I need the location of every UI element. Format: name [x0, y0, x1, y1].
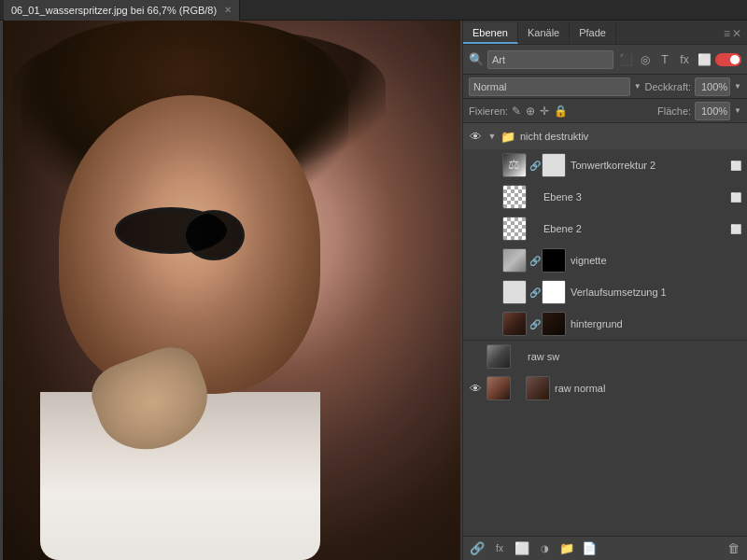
toolbar-adjustment-btn[interactable]: ◑: [534, 539, 555, 559]
layer-thumb-rawnormal: [486, 376, 511, 400]
tab-document-label: 06_01_wasserspritzer.jpg bei 66,7% (RGB/…: [11, 5, 217, 16]
blend-mode-row: Normal Multiplizieren Negativ multiplizi…: [463, 75, 747, 99]
group-folder-icon: 📁: [500, 129, 515, 144]
layer-eye-vignette[interactable]: [467, 252, 484, 269]
tab-ebenen[interactable]: Ebenen: [463, 22, 518, 44]
tab-pfade[interactable]: Pfade: [570, 22, 616, 44]
filter-search-icon: 🔍: [469, 52, 484, 66]
blend-dropdown-arrow[interactable]: ▼: [634, 82, 641, 91]
layer-raw-sw[interactable]: raw sw: [463, 341, 747, 372]
tab-document[interactable]: 06_01_wasserspritzer.jpg bei 66,7% (RGB/…: [4, 0, 240, 21]
layer-name-vignette: vignette: [569, 255, 743, 266]
toolbar-group-btn[interactable]: 📁: [557, 539, 577, 559]
fix-lock-icon[interactable]: 🔒: [554, 105, 568, 118]
layer-eye-tonwertkorrektur2[interactable]: [467, 157, 484, 174]
fill-dropdown-arrow[interactable]: ▼: [734, 106, 741, 115]
layer-ebene2[interactable]: Ebene 2 ⬜: [463, 213, 747, 245]
group-expand-arrow[interactable]: ▼: [486, 131, 498, 142]
layer-thumb-ebene2: [502, 217, 527, 241]
toolbar-link-btn[interactable]: 🔗: [467, 539, 487, 559]
layer-thumb2-rawnormal: [526, 376, 550, 400]
fix-move-icon[interactable]: ⊕: [526, 105, 535, 118]
layer-name-ebene2: Ebene 2: [542, 223, 726, 234]
layer-eye-rawnormal[interactable]: 👁: [467, 380, 484, 397]
layer-eye-hintergrund[interactable]: [467, 315, 484, 332]
layer-name-ebene3: Ebene 3: [542, 191, 726, 203]
layer-raw-normal[interactable]: 👁 raw normal: [463, 372, 747, 404]
filter-icons-group: ⬛ ◎ T fx ⬜: [617, 51, 741, 68]
filter-adjust-icon[interactable]: ◎: [637, 51, 654, 68]
tab-close-button[interactable]: ✕: [224, 5, 232, 15]
layer-thumb2-verlauf: [542, 280, 566, 304]
filter-smart-icon[interactable]: ⬜: [696, 51, 712, 68]
filter-type-dropdown[interactable]: Art Name Effekt: [487, 50, 613, 69]
layer-name-verlauf: Verlaufsumsetzung 1: [569, 287, 743, 298]
opacity-value[interactable]: 100 %: [695, 77, 730, 96]
toolbar-mask-btn[interactable]: ⬜: [512, 539, 532, 559]
layer-ebene3[interactable]: Ebene 3 ⬜: [463, 181, 747, 213]
layer-toolbar: 🔗 fx ⬜ ◑ 📁 📄 🗑: [463, 536, 747, 560]
fix-draw-icon[interactable]: ✎: [512, 105, 521, 118]
opacity-dropdown-arrow[interactable]: ▼: [734, 82, 741, 91]
layer-thumb-tonwertkorrektur2: ⚖: [502, 153, 527, 177]
layer-thumb2-hintergrund: [542, 312, 566, 336]
layer-thumb-rawsw: [486, 344, 511, 369]
layer-link-hintergrund: 🔗: [529, 319, 539, 329]
panel-collapse-icon[interactable]: ✕: [732, 27, 741, 40]
layer-name-hintergrund: hintergrund: [569, 318, 743, 329]
tab-kanaele[interactable]: Kanäle: [518, 22, 570, 44]
toolbar-new-layer-btn[interactable]: 📄: [579, 539, 599, 559]
filter-pixel-icon[interactable]: ⬛: [617, 51, 634, 68]
layer-eye-verlauf[interactable]: [467, 284, 484, 301]
layer-tonwertkorrektur2[interactable]: ⚖ 🔗 Tonwertkorrektur 2 ⬜: [463, 149, 747, 181]
layer-verlaufsumsetzung1[interactable]: 🔗 Verlaufsumsetzung 1: [463, 276, 747, 308]
fix-artboard-icon[interactable]: ✛: [540, 105, 549, 118]
tab-kanaele-label: Kanäle: [528, 27, 559, 38]
layer-name-rawsw: raw sw: [526, 351, 743, 362]
blend-mode-select[interactable]: Normal Multiplizieren Negativ multiplizi…: [469, 77, 630, 96]
layer-link-verlauf: 🔗: [529, 287, 539, 298]
panel-tabs: Ebenen Kanäle Pfade ≡ ✕: [463, 21, 747, 45]
layer-thumb-hintergrund: [502, 312, 527, 336]
right-panel: Ebenen Kanäle Pfade ≡ ✕ 🔍 Art Name Effek…: [462, 21, 747, 560]
layer-thumb2-vignette: [542, 248, 566, 273]
layer-badge-tonwertkorrektur2: ⬜: [728, 158, 743, 173]
tab-ebenen-label: Ebenen: [472, 27, 508, 38]
filter-text-icon[interactable]: T: [656, 51, 673, 68]
layers-list[interactable]: 👁 ▼ 📁 nicht destruktiv ⚖ 🔗 Tonwertkorrek…: [463, 123, 747, 536]
layer-hintergrund[interactable]: 🔗 hintergrund: [463, 308, 747, 340]
canvas-area[interactable]: [0, 21, 462, 560]
fill-value[interactable]: 100 %: [695, 102, 730, 120]
layer-thumb-vignette: [502, 248, 527, 273]
layer-name-rawnormal: raw normal: [553, 383, 743, 394]
layer-group-header[interactable]: 👁 ▼ 📁 nicht destruktiv: [463, 123, 747, 149]
fix-label: Fixieren:: [469, 105, 508, 117]
layer-name-tonwertkorrektur2: Tonwertkorrektur 2: [569, 160, 726, 171]
layer-link-tonwertkorrektur2: 🔗: [529, 161, 539, 171]
fix-row: Fixieren: ✎ ⊕ ✛ 🔒 Fläche: 100 % ▼: [463, 99, 747, 123]
opacity-label: Deckkraft:: [645, 81, 692, 92]
layer-badge-ebene3: ⬜: [728, 189, 743, 204]
layer-eye-ebene2[interactable]: [467, 220, 484, 237]
tab-bar: 06_01_wasserspritzer.jpg bei 66,7% (RGB/…: [0, 0, 747, 21]
layer-badge-ebene2: ⬜: [728, 221, 743, 236]
layer-vignette[interactable]: 🔗 vignette: [463, 245, 747, 276]
portrait-glasses: [115, 207, 227, 254]
group-visibility-toggle[interactable]: 👁: [467, 128, 484, 145]
toolbar-fx-btn[interactable]: fx: [489, 539, 510, 559]
canvas-image: [3, 21, 460, 560]
group-name: nicht destruktiv: [518, 131, 743, 142]
layer-filter-bar: 🔍 Art Name Effekt ⬛ ◎ T fx ⬜: [463, 45, 747, 75]
layer-eye-ebene3[interactable]: [467, 189, 484, 205]
main-area: Ebenen Kanäle Pfade ≡ ✕ 🔍 Art Name Effek…: [0, 21, 747, 560]
toolbar-delete-btn[interactable]: 🗑: [723, 539, 743, 559]
layer-eye-rawsw[interactable]: [467, 348, 484, 365]
filter-shape-icon[interactable]: fx: [676, 51, 693, 68]
filter-toggle[interactable]: [715, 53, 741, 66]
tab-pfade-label: Pfade: [579, 27, 606, 38]
panel-menu-icon[interactable]: ≡: [724, 27, 730, 40]
fill-label: Fläche:: [657, 105, 691, 117]
layer-thumb2-tonwertkorrektur2: [542, 153, 566, 177]
layer-thumb-verlauf: [502, 280, 527, 304]
panel-options: ≡ ✕: [724, 22, 747, 44]
